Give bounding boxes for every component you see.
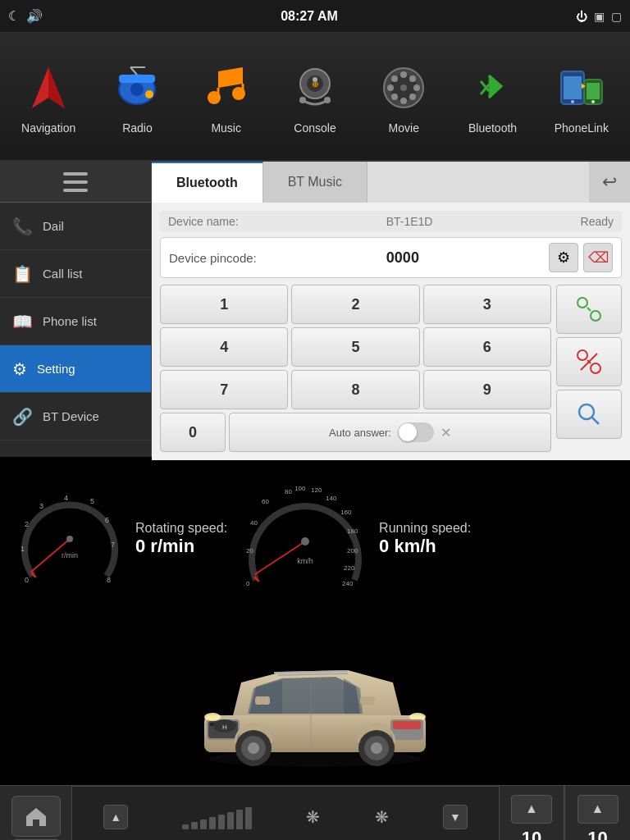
svg-point-15 [299, 97, 306, 103]
volume-icon: 🔊 [26, 8, 43, 24]
auto-answer-area: Auto answer: ✕ [229, 413, 551, 452]
connect-btn[interactable] [556, 285, 622, 334]
auto-answer-toggle[interactable] [398, 422, 434, 442]
sidebar-item-setting[interactable]: ⚙ Setting [0, 345, 151, 393]
hvac-home-section [0, 786, 72, 840]
svg-point-21 [400, 71, 407, 78]
svg-rect-40 [63, 189, 88, 192]
svg-text:2: 2 [25, 520, 29, 528]
phonelink-icon [553, 59, 610, 116]
temperature-display: 10 [522, 828, 541, 841]
pincode-settings-btn[interactable]: ⚙ [549, 243, 578, 272]
fan-bars [182, 805, 252, 829]
auto-answer-close[interactable]: ✕ [441, 425, 451, 441]
home-button[interactable] [11, 796, 61, 837]
nav-item-music[interactable]: Music [194, 55, 259, 139]
fan-icon-left[interactable]: ❋ [306, 807, 320, 827]
num-btn-7[interactable]: 7 [160, 370, 288, 409]
pincode-clear-btn[interactable]: ⌫ [583, 243, 613, 272]
svg-rect-4 [119, 75, 155, 83]
nav-item-radio[interactable]: Radio [104, 55, 170, 139]
sidebar-label-phonelist: Phone list [43, 314, 97, 328]
sidebar: 📞 Dail 📋 Call list 📖 Phone list ⚙ Settin… [0, 162, 152, 457]
sidebar-item-calllist[interactable]: 📋 Call list [0, 250, 151, 298]
setting-icon: ⚙ [12, 359, 27, 379]
tabs-row: Bluetooth BT Music ↩ [152, 162, 630, 203]
nav-label-navigation: Navigation [21, 121, 75, 135]
fan-icon-right[interactable]: ❋ [375, 807, 389, 827]
hvac-temp-section: ▲ 10 ▼ [499, 786, 564, 840]
nav-item-movie[interactable]: Movie [371, 55, 436, 139]
nav-item-navigation[interactable]: Navigation [16, 55, 81, 139]
gauge-area: 0 1 2 3 4 5 6 7 8 r/min Rotating speed: … [0, 457, 630, 621]
temp-up-btn[interactable]: ▲ [511, 795, 552, 824]
svg-text:0: 0 [246, 580, 250, 587]
calllist-icon: 📋 [12, 264, 33, 284]
num-btn-5[interactable]: 5 [291, 327, 419, 367]
svg-rect-99 [255, 696, 270, 705]
zero-row: 0 Auto answer: ✕ [160, 413, 551, 452]
tab-btmusic[interactable]: BT Music [263, 162, 368, 203]
nav-label-phonelink: PhoneLink [555, 121, 609, 135]
speed-readout: Running speed: 0 km/h [379, 521, 471, 557]
back-button[interactable]: ↩ [589, 162, 630, 203]
hvac-fan-section: ▲ ❋ ❋ ▼ ⊞ A/C S [72, 786, 499, 840]
num-btn-1[interactable]: 1 [160, 285, 288, 324]
device-status: Ready [581, 215, 614, 228]
movie-icon [375, 59, 432, 116]
svg-text:60: 60 [262, 498, 269, 505]
svg-text:220: 220 [344, 564, 355, 572]
fan-speed-up[interactable]: ▲ [103, 805, 128, 829]
pincode-value[interactable]: 0000 [265, 249, 541, 267]
svg-rect-38 [63, 172, 88, 176]
status-bar: ☾ 🔊 08:27 AM ⏻ ▣ ▢ [0, 0, 630, 33]
svg-point-42 [591, 311, 600, 321]
right-temp-up-btn[interactable]: ▲ [578, 795, 619, 824]
svg-text:240: 240 [342, 580, 354, 587]
svg-text:km/h: km/h [297, 557, 313, 565]
moon-icon: ☾ [8, 8, 20, 24]
num-btn-0[interactable]: 0 [160, 413, 226, 452]
device-info-row: Device name: BT-1E1D Ready [160, 211, 622, 232]
search-btn[interactable] [556, 390, 622, 439]
sd-icon: ▣ [594, 10, 605, 23]
svg-marker-1 [48, 67, 65, 108]
radio-icon [108, 59, 166, 116]
nav-item-phonelink[interactable]: PhoneLink [549, 55, 614, 139]
svg-point-5 [145, 90, 153, 98]
btdevice-icon: 🔗 [12, 407, 33, 427]
navigation-icon [20, 59, 77, 116]
svg-text:⊕: ⊕ [312, 80, 318, 89]
num-btn-9[interactable]: 9 [423, 370, 551, 409]
num-btn-3[interactable]: 3 [423, 285, 551, 324]
num-btn-2[interactable]: 2 [291, 285, 419, 324]
svg-text:5: 5 [90, 497, 94, 505]
console-icon: ⊕ [286, 59, 344, 116]
auto-answer-label: Auto answer: [329, 427, 391, 439]
svg-text:200: 200 [347, 547, 358, 555]
nav-item-bluetooth[interactable]: Bluetooth [460, 55, 526, 139]
svg-rect-39 [63, 180, 88, 184]
num-btn-6[interactable]: 6 [423, 327, 551, 367]
tab-bluetooth[interactable]: Bluetooth [152, 162, 263, 203]
sidebar-item-dial[interactable]: 📞 Dail [0, 203, 151, 250]
music-icon [198, 59, 255, 116]
num-btn-8[interactable]: 8 [291, 370, 419, 409]
device-name-value: BT-1E1D [386, 215, 433, 228]
svg-point-23 [387, 84, 394, 91]
main-content: 📞 Dail 📋 Call list 📖 Phone list ⚙ Settin… [0, 162, 630, 457]
disconnect-btn[interactable] [556, 337, 622, 386]
sidebar-item-btdevice[interactable]: 🔗 BT Device [0, 393, 151, 441]
sidebar-label-setting: Setting [37, 362, 75, 376]
nav-item-console[interactable]: ⊕ Console [282, 55, 348, 139]
svg-text:140: 140 [326, 495, 337, 502]
num-btn-4[interactable]: 4 [160, 327, 288, 367]
svg-point-20 [400, 84, 407, 91]
nav-label-radio: Radio [122, 121, 153, 135]
svg-text:100: 100 [294, 485, 306, 492]
svg-text:40: 40 [250, 519, 258, 527]
svg-rect-36 [587, 83, 600, 99]
fan-speed-down[interactable]: ▼ [443, 805, 468, 829]
svg-point-91 [248, 742, 259, 754]
sidebar-item-phonelist[interactable]: 📖 Phone list [0, 298, 151, 345]
